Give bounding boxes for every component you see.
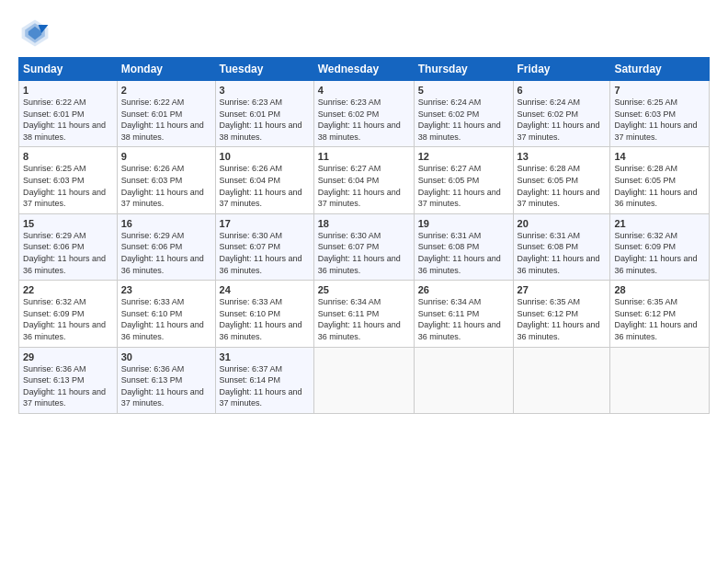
calendar-day-cell: 22Sunrise: 6:32 AMSunset: 6:09 PMDayligh… bbox=[19, 281, 118, 347]
weekday-header: Saturday bbox=[610, 58, 710, 81]
day-number: 7 bbox=[614, 85, 705, 96]
day-number: 30 bbox=[121, 351, 211, 362]
logo bbox=[18, 17, 55, 50]
calendar-day-cell: 19Sunrise: 6:31 AMSunset: 6:08 PMDayligh… bbox=[414, 213, 513, 280]
weekday-header: Tuesday bbox=[215, 58, 313, 81]
calendar-day-cell: 15Sunrise: 6:29 AMSunset: 6:06 PMDayligh… bbox=[19, 213, 118, 280]
day-info: Sunrise: 6:28 AMSunset: 6:05 PMDaylight:… bbox=[518, 163, 607, 209]
day-number: 2 bbox=[121, 85, 211, 96]
day-info: Sunrise: 6:33 AMSunset: 6:10 PMDaylight:… bbox=[121, 296, 211, 342]
calendar-day-cell: 30Sunrise: 6:36 AMSunset: 6:13 PMDayligh… bbox=[117, 347, 215, 413]
day-info: Sunrise: 6:32 AMSunset: 6:09 PMDaylight:… bbox=[23, 296, 113, 342]
calendar-day-cell: 24Sunrise: 6:33 AMSunset: 6:10 PMDayligh… bbox=[215, 281, 313, 347]
calendar-day-cell: 27Sunrise: 6:35 AMSunset: 6:12 PMDayligh… bbox=[513, 281, 610, 347]
calendar-day-cell bbox=[313, 347, 414, 413]
calendar-day-cell: 17Sunrise: 6:30 AMSunset: 6:07 PMDayligh… bbox=[215, 213, 313, 280]
calendar-day-cell: 29Sunrise: 6:36 AMSunset: 6:13 PMDayligh… bbox=[19, 347, 118, 413]
calendar-week-row: 15Sunrise: 6:29 AMSunset: 6:06 PMDayligh… bbox=[19, 213, 710, 280]
calendar-day-cell: 28Sunrise: 6:35 AMSunset: 6:12 PMDayligh… bbox=[610, 281, 710, 347]
day-number: 15 bbox=[23, 218, 113, 229]
calendar-week-row: 8Sunrise: 6:25 AMSunset: 6:03 PMDaylight… bbox=[19, 147, 710, 213]
day-info: Sunrise: 6:34 AMSunset: 6:11 PMDaylight:… bbox=[418, 296, 509, 342]
day-info: Sunrise: 6:33 AMSunset: 6:10 PMDaylight:… bbox=[220, 296, 310, 342]
day-info: Sunrise: 6:30 AMSunset: 6:07 PMDaylight:… bbox=[220, 230, 310, 276]
weekday-header: Sunday bbox=[19, 58, 118, 81]
day-number: 19 bbox=[418, 218, 509, 229]
day-info: Sunrise: 6:25 AMSunset: 6:03 PMDaylight:… bbox=[614, 97, 705, 143]
day-info: Sunrise: 6:35 AMSunset: 6:12 PMDaylight:… bbox=[518, 296, 607, 342]
day-number: 25 bbox=[318, 284, 410, 295]
day-number: 29 bbox=[23, 351, 113, 362]
calendar-day-cell: 13Sunrise: 6:28 AMSunset: 6:05 PMDayligh… bbox=[513, 147, 610, 213]
day-info: Sunrise: 6:29 AMSunset: 6:06 PMDaylight:… bbox=[23, 230, 113, 276]
calendar-table: SundayMondayTuesdayWednesdayThursdayFrid… bbox=[18, 57, 710, 414]
day-info: Sunrise: 6:23 AMSunset: 6:01 PMDaylight:… bbox=[220, 97, 310, 143]
weekday-header: Wednesday bbox=[313, 58, 414, 81]
calendar-day-cell: 4Sunrise: 6:23 AMSunset: 6:02 PMDaylight… bbox=[313, 81, 414, 147]
calendar-day-cell: 16Sunrise: 6:29 AMSunset: 6:06 PMDayligh… bbox=[117, 213, 215, 280]
day-info: Sunrise: 6:31 AMSunset: 6:08 PMDaylight:… bbox=[518, 230, 607, 276]
day-info: Sunrise: 6:35 AMSunset: 6:12 PMDaylight:… bbox=[614, 296, 705, 342]
day-info: Sunrise: 6:37 AMSunset: 6:14 PMDaylight:… bbox=[220, 363, 310, 409]
calendar-day-cell bbox=[610, 347, 710, 413]
calendar-day-cell: 20Sunrise: 6:31 AMSunset: 6:08 PMDayligh… bbox=[513, 213, 610, 280]
day-number: 14 bbox=[614, 151, 705, 162]
calendar-day-cell bbox=[414, 347, 513, 413]
calendar-day-cell: 9Sunrise: 6:26 AMSunset: 6:03 PMDaylight… bbox=[117, 147, 215, 213]
day-info: Sunrise: 6:26 AMSunset: 6:04 PMDaylight:… bbox=[220, 163, 310, 209]
day-number: 21 bbox=[614, 218, 705, 229]
day-number: 27 bbox=[518, 284, 607, 295]
calendar-header: SundayMondayTuesdayWednesdayThursdayFrid… bbox=[19, 58, 710, 81]
day-number: 1 bbox=[23, 85, 113, 96]
day-info: Sunrise: 6:24 AMSunset: 6:02 PMDaylight:… bbox=[418, 97, 509, 143]
logo-icon bbox=[18, 17, 51, 50]
day-info: Sunrise: 6:26 AMSunset: 6:03 PMDaylight:… bbox=[121, 163, 211, 209]
day-number: 10 bbox=[220, 151, 310, 162]
day-number: 20 bbox=[518, 218, 607, 229]
day-number: 31 bbox=[220, 351, 310, 362]
calendar-day-cell: 8Sunrise: 6:25 AMSunset: 6:03 PMDaylight… bbox=[19, 147, 118, 213]
day-number: 9 bbox=[121, 151, 211, 162]
day-info: Sunrise: 6:36 AMSunset: 6:13 PMDaylight:… bbox=[121, 363, 211, 409]
day-info: Sunrise: 6:27 AMSunset: 6:05 PMDaylight:… bbox=[418, 163, 509, 209]
day-info: Sunrise: 6:31 AMSunset: 6:08 PMDaylight:… bbox=[418, 230, 509, 276]
calendar-day-cell: 5Sunrise: 6:24 AMSunset: 6:02 PMDaylight… bbox=[414, 81, 513, 147]
day-number: 12 bbox=[418, 151, 509, 162]
day-info: Sunrise: 6:22 AMSunset: 6:01 PMDaylight:… bbox=[23, 97, 113, 143]
day-info: Sunrise: 6:28 AMSunset: 6:05 PMDaylight:… bbox=[614, 163, 705, 209]
day-number: 23 bbox=[121, 284, 211, 295]
calendar-week-row: 1Sunrise: 6:22 AMSunset: 6:01 PMDaylight… bbox=[19, 81, 710, 147]
day-info: Sunrise: 6:27 AMSunset: 6:04 PMDaylight:… bbox=[318, 163, 410, 209]
day-info: Sunrise: 6:24 AMSunset: 6:02 PMDaylight:… bbox=[518, 97, 607, 143]
day-info: Sunrise: 6:23 AMSunset: 6:02 PMDaylight:… bbox=[318, 97, 410, 143]
weekday-header: Monday bbox=[117, 58, 215, 81]
calendar-day-cell: 1Sunrise: 6:22 AMSunset: 6:01 PMDaylight… bbox=[19, 81, 118, 147]
day-info: Sunrise: 6:25 AMSunset: 6:03 PMDaylight:… bbox=[23, 163, 113, 209]
calendar-day-cell: 7Sunrise: 6:25 AMSunset: 6:03 PMDaylight… bbox=[610, 81, 710, 147]
calendar-day-cell: 6Sunrise: 6:24 AMSunset: 6:02 PMDaylight… bbox=[513, 81, 610, 147]
calendar-week-row: 29Sunrise: 6:36 AMSunset: 6:13 PMDayligh… bbox=[19, 347, 710, 413]
day-number: 17 bbox=[220, 218, 310, 229]
day-info: Sunrise: 6:22 AMSunset: 6:01 PMDaylight:… bbox=[121, 97, 211, 143]
calendar-day-cell bbox=[513, 347, 610, 413]
day-number: 8 bbox=[23, 151, 113, 162]
calendar-day-cell: 3Sunrise: 6:23 AMSunset: 6:01 PMDaylight… bbox=[215, 81, 313, 147]
day-info: Sunrise: 6:34 AMSunset: 6:11 PMDaylight:… bbox=[318, 296, 410, 342]
calendar-week-row: 22Sunrise: 6:32 AMSunset: 6:09 PMDayligh… bbox=[19, 281, 710, 347]
day-number: 18 bbox=[318, 218, 410, 229]
calendar-day-cell: 21Sunrise: 6:32 AMSunset: 6:09 PMDayligh… bbox=[610, 213, 710, 280]
day-number: 11 bbox=[318, 151, 410, 162]
weekday-header: Friday bbox=[513, 58, 610, 81]
day-number: 22 bbox=[23, 284, 113, 295]
day-info: Sunrise: 6:32 AMSunset: 6:09 PMDaylight:… bbox=[614, 230, 705, 276]
day-number: 6 bbox=[518, 85, 607, 96]
calendar-day-cell: 31Sunrise: 6:37 AMSunset: 6:14 PMDayligh… bbox=[215, 347, 313, 413]
calendar-day-cell: 12Sunrise: 6:27 AMSunset: 6:05 PMDayligh… bbox=[414, 147, 513, 213]
weekday-header: Thursday bbox=[414, 58, 513, 81]
day-number: 5 bbox=[418, 85, 509, 96]
calendar-day-cell: 26Sunrise: 6:34 AMSunset: 6:11 PMDayligh… bbox=[414, 281, 513, 347]
calendar-day-cell: 18Sunrise: 6:30 AMSunset: 6:07 PMDayligh… bbox=[313, 213, 414, 280]
day-number: 24 bbox=[220, 284, 310, 295]
day-number: 13 bbox=[518, 151, 607, 162]
calendar-day-cell: 10Sunrise: 6:26 AMSunset: 6:04 PMDayligh… bbox=[215, 147, 313, 213]
